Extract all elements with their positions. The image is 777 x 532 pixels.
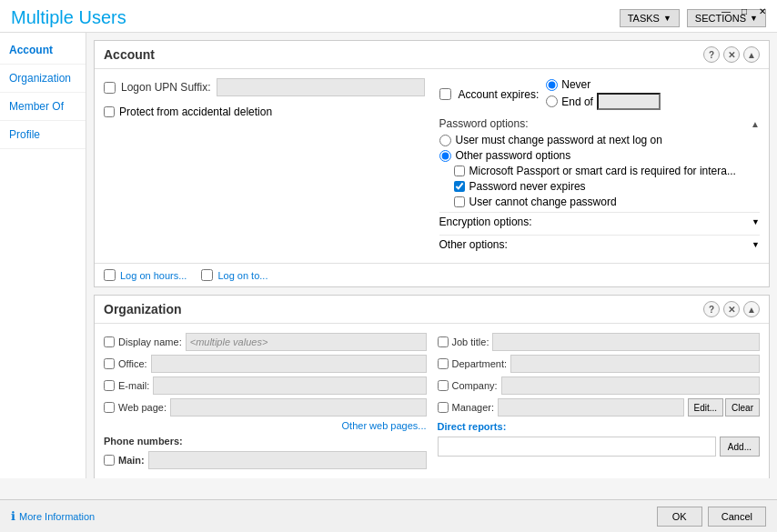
account-collapse-button[interactable]: ▲	[743, 46, 760, 63]
manager-row: Manager: Edit... Clear	[438, 398, 761, 417]
ok-button[interactable]: OK	[657, 507, 702, 527]
display-name-input[interactable]	[186, 333, 427, 351]
job-title-row: Job title:	[438, 333, 761, 351]
close-button[interactable]: ✕	[755, 4, 770, 18]
tasks-button[interactable]: TASKS ▼	[620, 9, 680, 27]
protect-deletion-row: Protect from accidental deletion	[104, 105, 425, 118]
org-collapse-button[interactable]: ▲	[743, 301, 760, 317]
display-name-row: Display name:	[104, 333, 427, 351]
log-on-hours-checkbox[interactable]	[104, 269, 116, 281]
password-mustchange-radio[interactable]	[439, 135, 451, 146]
org-grid: Display name: Office: E-mail:	[104, 333, 760, 473]
company-label: Company:	[452, 380, 498, 391]
minimize-button[interactable]: —	[719, 4, 733, 18]
password-other-row: Other password options	[439, 149, 761, 162]
user-cannot-change-checkbox[interactable]	[454, 196, 465, 207]
logon-upn-checkbox[interactable]	[104, 82, 116, 94]
account-help-button[interactable]: ?	[703, 46, 720, 63]
other-options-label: Other options:	[439, 238, 508, 251]
account-never-row: Never	[546, 78, 661, 91]
email-checkbox[interactable]	[104, 380, 115, 391]
office-input[interactable]	[151, 355, 427, 373]
account-endof-date-input[interactable]	[597, 93, 661, 110]
passport-checkbox[interactable]	[454, 166, 465, 176]
account-header-controls: ? ✕ ▲	[703, 46, 760, 63]
direct-reports-add-button[interactable]: Add...	[720, 437, 760, 457]
main-label: Main:	[118, 455, 145, 466]
account-section-header: Account ? ✕ ▲	[95, 41, 769, 69]
manager-clear-button[interactable]: Clear	[725, 398, 760, 417]
job-title-label: Job title:	[452, 336, 489, 347]
logon-upn-input[interactable]	[217, 78, 425, 96]
sidebar-item-profile[interactable]: Profile	[0, 121, 86, 149]
other-options-row[interactable]: Other options: ▼	[439, 235, 761, 254]
password-other-label: Other password options	[456, 149, 571, 162]
account-expires-options: Never End of	[546, 78, 661, 110]
other-web-pages-link[interactable]: Other web pages...	[104, 420, 427, 431]
more-info-link[interactable]: ℹ More Information	[11, 509, 95, 523]
department-input[interactable]	[510, 355, 760, 373]
office-checkbox[interactable]	[104, 358, 115, 369]
encryption-options-row[interactable]: Encryption options: ▼	[439, 212, 761, 231]
org-section-title: Organization	[104, 302, 182, 316]
protect-deletion-checkbox[interactable]	[104, 106, 115, 117]
account-section-body: Logon UPN Suffix: Protect from accidenta…	[95, 69, 769, 263]
company-input[interactable]	[501, 376, 760, 395]
manager-buttons: Edit... Clear	[688, 398, 760, 417]
webpage-label: Web page:	[118, 402, 166, 413]
department-label: Department:	[452, 358, 508, 369]
phone-numbers-label: Phone numbers:	[104, 436, 183, 447]
password-options-collapse-icon[interactable]: ▲	[751, 119, 760, 129]
company-checkbox[interactable]	[438, 380, 449, 391]
password-never-expires-row: Password never expires	[454, 180, 761, 193]
encryption-options-label: Encryption options:	[439, 216, 532, 228]
sidebar-item-account[interactable]: Account	[0, 36, 86, 65]
account-endof-row: End of	[546, 93, 661, 110]
logon-upn-label: Logon UPN Suffix:	[121, 81, 211, 94]
direct-reports-input[interactable]	[438, 437, 716, 457]
chevron-down-icon: ▼	[663, 14, 671, 23]
account-expires-checkbox[interactable]	[439, 88, 451, 100]
account-close-button[interactable]: ✕	[723, 46, 740, 63]
webpage-checkbox[interactable]	[104, 402, 115, 413]
account-left: Logon UPN Suffix: Protect from accidenta…	[104, 78, 425, 254]
display-name-checkbox[interactable]	[104, 336, 115, 347]
email-label: E-mail:	[118, 380, 149, 391]
maximize-button[interactable]: □	[737, 4, 752, 18]
email-input[interactable]	[153, 376, 426, 395]
office-label: Office:	[118, 358, 147, 369]
org-close-button[interactable]: ✕	[723, 301, 740, 317]
password-options: Password options: ▲ User must change pas…	[439, 117, 761, 208]
org-section-body: Display name: Office: E-mail:	[95, 324, 769, 478]
account-expires-label: Account expires:	[459, 88, 540, 101]
display-name-label: Display name:	[118, 336, 182, 347]
bottom-buttons: OK Cancel	[657, 507, 766, 527]
log-on-to-link[interactable]: Log on to...	[201, 269, 267, 281]
account-endof-radio[interactable]	[546, 95, 558, 107]
log-on-to-checkbox[interactable]	[201, 269, 213, 281]
log-on-hours-link[interactable]: Log on hours...	[104, 269, 187, 281]
password-other-radio[interactable]	[439, 150, 451, 162]
account-right: Account expires: Never End of	[439, 78, 761, 254]
manager-label: Manager:	[452, 402, 494, 413]
title-bar: Multiple Users TASKS ▼ SECTIONS ▼	[0, 0, 777, 33]
manager-edit-button[interactable]: Edit...	[688, 398, 724, 417]
main-phone-input[interactable]	[148, 451, 427, 469]
job-title-input[interactable]	[492, 333, 760, 351]
user-cannot-change-row: User cannot change password	[454, 196, 761, 208]
department-checkbox[interactable]	[438, 358, 449, 369]
org-help-button[interactable]: ?	[703, 301, 720, 317]
sidebar-item-member-of[interactable]: Member Of	[0, 93, 86, 121]
webpage-row: Web page:	[104, 398, 427, 417]
user-cannot-change-label: User cannot change password	[469, 196, 617, 208]
manager-checkbox[interactable]	[438, 402, 449, 413]
other-options-collapse-icon: ▼	[752, 240, 760, 249]
account-never-radio[interactable]	[546, 79, 558, 91]
webpage-input[interactable]	[170, 398, 426, 417]
password-never-expires-checkbox[interactable]	[454, 181, 465, 192]
job-title-checkbox[interactable]	[438, 336, 449, 347]
sidebar-item-organization[interactable]: Organization	[0, 65, 86, 93]
cancel-button[interactable]: Cancel	[708, 507, 766, 527]
manager-input[interactable]	[498, 398, 684, 417]
main-phone-checkbox[interactable]	[104, 455, 115, 466]
